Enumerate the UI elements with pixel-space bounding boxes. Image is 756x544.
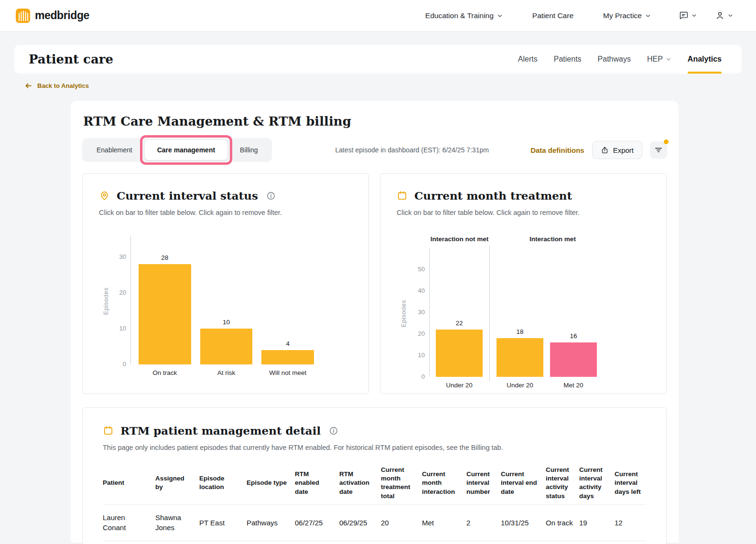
column-header-assigned-by: Assigned by [155,470,199,495]
y-tick: 50 [418,266,425,273]
column-header-current-month-treatment-total: Current month treatment total [381,462,422,504]
cell-rtm-enabled-date: 06/27/25 [295,513,339,533]
calendar-icon [103,425,114,436]
bar-under-20-not-met[interactable] [436,330,483,377]
column-header-current-interval-days-left: Current interval days left [615,466,647,500]
cell-assigned-by: Shawna Jones [155,508,199,537]
nav-icons [679,11,733,21]
y-tick: 20 [119,289,126,297]
arrow-left-icon [25,82,32,89]
cell-patient: Lauren Conant [103,508,155,537]
tab-analytics[interactable]: Analytics [688,45,722,74]
tab-label: Analytics [688,55,722,64]
tab-hep[interactable]: HEP [647,45,671,74]
bar-group: 4 [261,235,314,364]
calendar-icon [397,190,408,201]
bar-group: 16 [550,248,597,377]
back-to-analytics-link[interactable]: Back to Analytics [25,82,89,89]
segment-label: Care management [157,146,215,154]
nav-items: Education & Training Patient Care My Pra… [425,11,651,20]
nav-item-education-training[interactable]: Education & Training [425,11,503,20]
brand-logo[interactable]: medbridge [16,9,89,23]
bar-group: 18 [497,248,543,377]
filter-button[interactable] [650,141,667,159]
segment-label: Enablement [97,146,132,154]
column-header-current-interval-activity-days: Current interval activity days [579,462,615,504]
chart2-y-axis-label: Episodes [400,300,407,327]
cell-current-interval-activity-status: On track [546,513,579,533]
table-header: RTM patient management detail [103,424,646,437]
messages-menu[interactable] [679,11,697,21]
cell-current-interval-end-date: 10/31/25 [501,513,546,533]
chart1-x-labels: On track At risk Will not meet [139,369,314,376]
nav-label: My Practice [603,11,642,20]
toolbar: Enablement Care management Billing Lates… [82,138,667,162]
chart-card-current-month-treatment: Current month treatment Click on bar to … [380,173,667,394]
bar-value-label: 18 [516,328,523,335]
column-header-current-interval-end-date: Current interval end date [501,466,546,500]
tab-label: Alerts [518,55,538,64]
main-content-card: RTM Care Management & RTM billing Enable… [71,101,679,543]
cell-episode-type: Pathways [247,513,295,533]
bar-met-20[interactable] [550,342,597,377]
bar-value-label: 22 [455,320,463,327]
chart2-subtitle: Click on bar to filter table below. Clic… [397,209,650,216]
column-header-patient: Patient [103,475,155,491]
tab-patients[interactable]: Patients [554,45,582,74]
y-tick: 10 [418,352,425,359]
segment-care-management[interactable]: Care management [145,140,227,160]
toolbar-right: Data definitions Export [530,141,667,159]
segment-enablement[interactable]: Enablement [84,140,145,160]
export-button[interactable]: Export [592,141,642,159]
back-link-label: Back to Analytics [37,82,89,89]
page: medbridge Education & Training Patient C… [0,0,756,544]
y-tick: 0 [421,373,425,381]
chart1-area: Episodes 30 20 10 0 28 10 [99,222,352,387]
tab-pathways[interactable]: Pathways [598,45,631,74]
bar-value-label: 10 [223,319,230,326]
group-label-interaction-met: Interaction met [489,235,616,243]
charts-row: Current interval status Click on bar to … [82,173,667,394]
cell-rtm-activation-date: 06/29/25 [339,513,381,533]
chart2-title: Current month treatment [414,189,572,202]
chart1-y-axis-label: Episodes [102,288,109,315]
chart2-area: Episodes Interaction not met Interaction… [397,235,650,399]
chart1-bars: 28 10 4 [131,235,314,364]
info-icon[interactable] [267,192,275,200]
brand-name: medbridge [35,9,89,22]
data-definitions-link[interactable]: Data definitions [530,146,584,154]
table-header-row: Patient Assigned by Episode location Epi… [103,462,646,505]
info-icon[interactable] [329,427,338,435]
chart-card-current-interval-status: Current interval status Click on bar to … [82,173,369,394]
group-divider-line [489,246,490,382]
cell-current-month-interaction: Met [422,513,466,533]
group-label-interaction-not-met: Interaction not met [430,235,489,243]
x-label: Under 20 [436,382,483,389]
y-tick: 30 [418,309,425,316]
table-note: This page only includes patient episodes… [103,444,646,451]
latest-episode-text: Latest episode in dashboard (EST): 6/24/… [335,146,488,154]
bar-under-20-met[interactable] [497,338,543,377]
bar-on-track[interactable] [139,264,191,364]
column-header-current-interval-number: Current interval number [466,466,501,500]
bar-group: 22 [436,248,483,377]
y-tick: 0 [123,361,126,368]
segment-billing[interactable]: Billing [227,140,270,160]
tab-alerts[interactable]: Alerts [518,45,538,74]
x-label: At risk [200,369,253,376]
nav-item-my-practice[interactable]: My Practice [603,11,651,20]
segment-label: Billing [240,146,258,154]
filter-notification-dot [664,139,669,144]
bar-will-not-meet[interactable] [261,350,314,364]
account-menu[interactable] [715,11,733,21]
segmented-control: Enablement Care management Billing [82,138,272,162]
bar-at-risk[interactable] [200,329,253,364]
bar-value-label: 28 [161,254,168,261]
table-title: RTM patient management detail [120,424,321,437]
x-label: Met 20 [550,382,597,389]
chevron-down-icon [645,13,651,19]
table-row[interactable]: Lauren Conant Shawna Jones PT East Pathw… [103,505,646,541]
chevron-down-icon [691,13,697,18]
export-icon [601,146,609,154]
nav-item-patient-care[interactable]: Patient Care [532,11,573,20]
